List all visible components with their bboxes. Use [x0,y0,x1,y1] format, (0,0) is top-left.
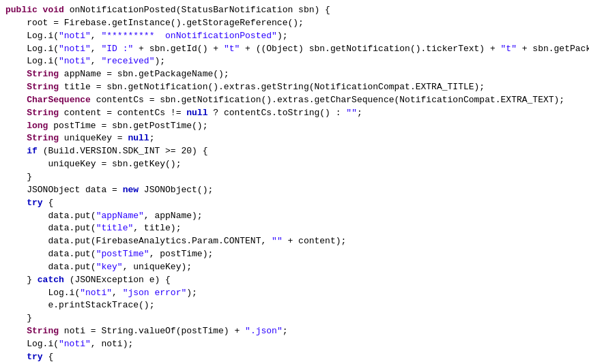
code-line: String noti = String.valueOf(postTime) +… [0,325,589,338]
code-line: root = Firebase.getInstance().getStorage… [0,17,589,30]
code-line: if (Build.VERSION.SDK_INT >= 20) { [0,145,589,158]
code-line: public void onNotificationPosted(StatusB… [0,4,589,17]
code-line: Log.i("noti", "json error"); [0,287,589,300]
code-line: String content = contentCs != null ? con… [0,107,589,120]
code-line: data.put("appName", appName); [0,210,589,223]
code-line: data.put("postTime", postTime); [0,248,589,261]
code-line: uniqueKey = sbn.getKey(); [0,158,589,171]
code-line: Log.i("noti", "********* onNotificationP… [0,30,589,43]
code-line: String title = sbn.getNotification().ext… [0,81,589,94]
code-line: String appName = sbn.getPackageName(); [0,68,589,81]
code-line: e.printStackTrace(); [0,299,589,312]
code-line: data.put(FirebaseAnalytics.Param.CONTENT… [0,235,589,248]
code-line: try { [0,197,589,210]
code-line: data.put("key", uniqueKey); [0,261,589,274]
code-line: String uniqueKey = null; [0,132,589,145]
code-line: data.put("title", title); [0,222,589,235]
code-line: long postTime = sbn.getPostTime(); [0,120,589,133]
code-line: JSONObject data = new JSONObject(); [0,184,589,197]
code-line: Log.i("noti", "ID :" + sbn.getId() + "t"… [0,43,589,56]
code-line: } [0,312,589,325]
code-line: Log.i("noti", noti); [0,338,589,351]
code-line: CharSequence contentCs = sbn.getNotifica… [0,94,589,107]
code-line: Log.i("noti", "received"); [0,55,589,68]
code-line: } catch (JSONException e) { [0,274,589,287]
code-line: try { [0,351,589,364]
code-editor: public void onNotificationPosted(StatusB… [0,0,589,364]
code-line: } [0,171,589,184]
